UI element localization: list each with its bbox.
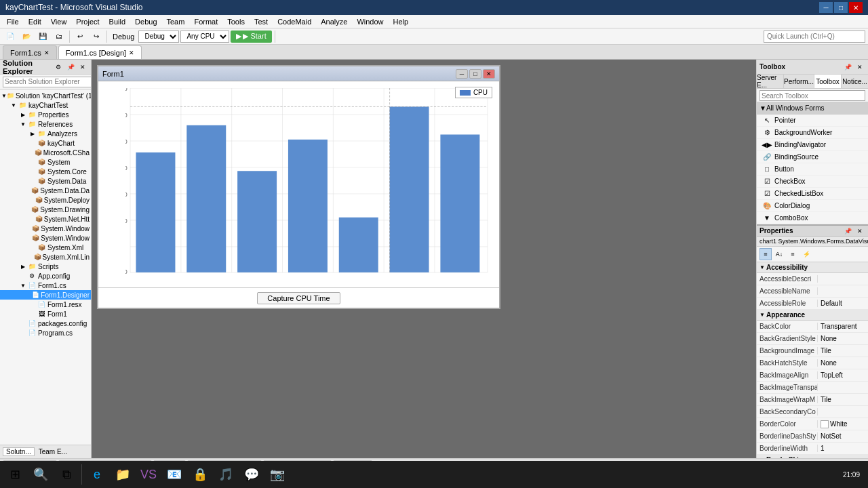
taskbar-edge[interactable]: e: [85, 462, 109, 487]
prop-value[interactable]: NotSet: [818, 432, 868, 440]
menu-project[interactable]: Project: [72, 16, 103, 27]
tree-item[interactable]: ▼ 📁 kayChartTest: [0, 100, 91, 110]
tree-item[interactable]: 🖼 Form1: [0, 309, 91, 319]
tab-form1-cs-close[interactable]: ✕: [44, 49, 50, 56]
prop-value[interactable]: Tile: [818, 347, 868, 354]
taskbar-app2[interactable]: 🔒: [188, 462, 212, 487]
toolbox-item-backgroundworker[interactable]: ⚙ BackgroundWorker: [757, 127, 868, 139]
form-window[interactable]: Form1 ─ □ ✕ CPU: [97, 65, 500, 309]
props-section-appearance[interactable]: ▼ Appearance: [757, 310, 868, 321]
toolbox-all-windows-forms[interactable]: ▼ All Windows Forms: [757, 102, 868, 115]
tree-item[interactable]: ▼ 📁 Solution 'kayChartTest' (1): [0, 91, 91, 100]
props-events-btn[interactable]: ⚡: [800, 248, 812, 260]
sol-exp-pin[interactable]: 📌: [65, 62, 76, 73]
menu-build[interactable]: Build: [105, 16, 130, 27]
tree-item[interactable]: 📦 System.Xml: [0, 243, 91, 252]
sol-exp-close[interactable]: ✕: [77, 62, 88, 73]
tree-item[interactable]: ▶ 📁 Analyzers: [0, 129, 91, 138]
close-button[interactable]: ✕: [849, 2, 863, 13]
tree-item[interactable]: 📦 System.Drawing: [0, 205, 91, 214]
toolbar-undo[interactable]: ↩: [73, 30, 87, 43]
taskbar-explorer[interactable]: 📁: [111, 462, 135, 487]
toolbox-item-bindingnavigator[interactable]: ◀▶ BindingNavigator: [757, 139, 868, 151]
sol-exp-icon1[interactable]: ⚙: [53, 62, 64, 73]
menu-edit[interactable]: Edit: [24, 16, 45, 27]
menu-help[interactable]: Help: [389, 16, 413, 27]
prop-value[interactable]: White: [818, 420, 868, 428]
prop-value[interactable]: 1: [818, 445, 868, 452]
taskbar-app1[interactable]: 📧: [162, 462, 186, 487]
toolbox-item-checkedlistbox[interactable]: ☑ CheckedListBox: [757, 188, 868, 200]
tree-item[interactable]: 📦 System.Xml.Lin: [0, 252, 91, 262]
tree-item[interactable]: ▼ 📄 Form1.cs: [0, 281, 91, 290]
prop-value[interactable]: None: [818, 359, 868, 367]
menu-team[interactable]: Team: [163, 16, 189, 27]
toolbox-item-button[interactable]: □ Button: [757, 163, 868, 176]
menu-format[interactable]: Format: [190, 16, 222, 27]
menu-window[interactable]: Window: [353, 16, 387, 27]
toolbar-save[interactable]: 💾: [35, 30, 50, 43]
props-properties-btn[interactable]: ≡: [787, 248, 799, 260]
toolbox-tab[interactable]: Toolbox: [814, 75, 842, 88]
platform-dropdown[interactable]: Any CPU: [180, 30, 229, 43]
tree-item[interactable]: ▶ 📁 Properties: [0, 110, 91, 119]
props-section-accessibility[interactable]: ▼ Accessibility: [757, 262, 868, 273]
menu-file[interactable]: File: [3, 16, 23, 27]
prop-value[interactable]: TopLeft: [818, 371, 868, 379]
tree-item[interactable]: ▶ 📁 Scripts: [0, 262, 91, 271]
tree-item[interactable]: 📦 kayChart: [0, 138, 91, 148]
props-categorized-btn[interactable]: ≡: [760, 248, 772, 260]
tree-item[interactable]: 📦 Microsoft.CSha: [0, 148, 91, 157]
performance-tab[interactable]: Perform...: [784, 75, 814, 88]
debug-mode-dropdown[interactable]: Debug: [138, 30, 179, 43]
menu-view[interactable]: View: [47, 16, 71, 27]
props-section-borderskin[interactable]: ▼ BorderSkin: [757, 455, 868, 458]
menu-tools[interactable]: Tools: [223, 16, 249, 27]
toolbox-pin[interactable]: 📌: [842, 62, 853, 73]
taskbar-app4[interactable]: 💬: [239, 462, 264, 487]
server-explorer-tab[interactable]: Server E...: [757, 75, 784, 88]
menu-codemaid[interactable]: CodeMaid: [273, 16, 315, 27]
properties-close[interactable]: ✕: [854, 226, 865, 237]
properties-pin[interactable]: 📌: [842, 226, 853, 237]
taskbar-search[interactable]: 🔍: [28, 462, 53, 487]
tree-item[interactable]: 📦 System.Core: [0, 167, 91, 176]
tree-item[interactable]: 📦 System.Data.Da: [0, 186, 91, 195]
menu-debug[interactable]: Debug: [131, 16, 161, 27]
prop-value[interactable]: Tile: [818, 396, 868, 403]
solution-explorer-search-input[interactable]: [3, 77, 92, 87]
taskbar-start[interactable]: ⊞: [3, 462, 27, 487]
tree-item[interactable]: 📄 Form1.resx: [0, 300, 91, 309]
start-button[interactable]: ▶ ▶ Start: [231, 30, 271, 43]
form-minimize-btn[interactable]: ─: [456, 69, 468, 79]
menu-test[interactable]: Test: [250, 16, 272, 27]
taskbar-app5[interactable]: 📷: [265, 462, 290, 487]
toolbox-item-colordialog[interactable]: 🎨 ColorDialog: [757, 200, 868, 212]
sol-exp-tab[interactable]: Solutn...: [3, 447, 35, 456]
tree-item[interactable]: 📦 System.Deploy: [0, 195, 91, 205]
prop-value[interactable]: Default: [818, 300, 868, 307]
toolbar-new[interactable]: 📄: [3, 30, 18, 43]
toolbar-redo[interactable]: ↪: [89, 30, 104, 43]
tree-item[interactable]: 📦 System: [0, 157, 91, 167]
props-alphabetical-btn[interactable]: A↓: [773, 248, 785, 260]
notices-tab[interactable]: Notice...: [842, 75, 868, 88]
tab-form1-design[interactable]: Form1.cs [Design] ✕: [58, 45, 142, 59]
toolbox-item-combobox[interactable]: ▼ ComboBox: [757, 212, 868, 224]
toolbox-item-checkbox[interactable]: ☑ CheckBox: [757, 176, 868, 188]
tree-item[interactable]: ▼ 📁 References: [0, 119, 91, 129]
tree-item[interactable]: 📦 System.Net.Htt: [0, 214, 91, 224]
tree-item[interactable]: 📄 packages.config: [0, 319, 91, 328]
menu-analyze[interactable]: Analyze: [317, 16, 351, 27]
toolbox-close[interactable]: ✕: [854, 62, 865, 73]
form-maximize-btn[interactable]: □: [469, 69, 481, 79]
tab-form1-design-close[interactable]: ✕: [129, 49, 134, 56]
prop-value[interactable]: None: [818, 335, 868, 342]
maximize-button[interactable]: □: [834, 2, 848, 13]
prop-value[interactable]: Transparent: [818, 323, 868, 330]
taskbar-task-view[interactable]: ⧉: [54, 462, 79, 487]
solution-explorer-tree[interactable]: ▼ 📁 Solution 'kayChartTest' (1) ▼ 📁 kayC…: [0, 89, 91, 445]
design-area[interactable]: Form1 ─ □ ✕ CPU: [92, 60, 756, 458]
toolbox-search-input[interactable]: [760, 90, 865, 101]
tree-item[interactable]: 📦 System.Data: [0, 176, 91, 186]
